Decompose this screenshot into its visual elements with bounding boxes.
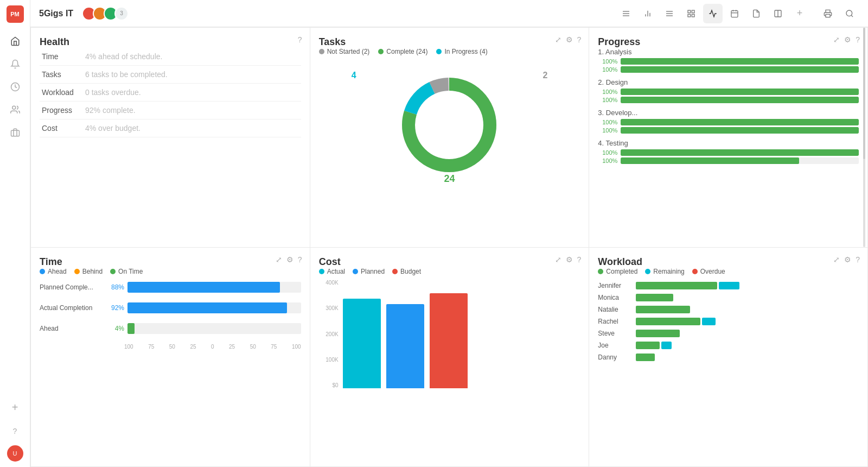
progress-section-title: 4. Testing [598,139,859,147]
time-legend-item: On Time [110,268,143,275]
time-bars: Planned Comple... 88% Actual Completion … [40,282,301,334]
cost-bars [343,280,580,388]
scrollbar[interactable] [863,28,865,247]
tasks-title: Tasks [319,36,346,47]
app-title: 5Gigs IT [39,9,73,18]
nav-split-icon[interactable] [768,4,788,23]
tasks-help-icon[interactable]: ? [577,35,582,44]
progress-section: 3. Develop... 100% 100% [598,109,859,134]
workload-expand-icon[interactable]: ⤢ [833,255,840,264]
legend-dot [436,49,442,54]
progress-expand-icon[interactable]: ⤢ [833,35,840,44]
tasks-panel: Tasks ⤢ ⚙ ? Not Started (2)Complete (24)… [310,27,589,247]
progress-bar-row: 100% [598,58,859,65]
workload-bars [636,342,859,349]
sidebar-item-notifications[interactable] [5,54,25,74]
sidebar-add-button[interactable]: + [5,397,25,417]
workload-row: Natalie [598,306,859,313]
nav-calendar-icon[interactable] [725,4,744,23]
time-bar-track [127,282,301,293]
progress-bar-fill [621,119,859,125]
cost-help-icon[interactable]: ? [577,255,582,264]
donut-chart: 4 2 24 [319,60,580,190]
sidebar-item-users[interactable] [5,100,25,119]
workload-row: Jennifer [598,282,859,289]
cost-bar [386,304,424,388]
progress-bar-bg [621,119,859,125]
donut-complete-label: 24 [444,173,455,185]
wl-remaining-bar [661,342,672,349]
cost-title: Cost [319,256,341,267]
nav-list-icon[interactable] [616,4,636,23]
sidebar-help-button[interactable]: ? [5,421,25,441]
progress-bar-row: 100% [598,127,859,134]
wl-completed-bar [636,294,673,301]
cost-expand-icon[interactable]: ⤢ [555,255,561,264]
time-legend-item: Ahead [40,268,67,275]
legend-dot [319,49,324,54]
svg-rect-2 [11,130,19,136]
nav-add-icon[interactable]: + [790,4,809,23]
tasks-settings-icon[interactable]: ⚙ [566,35,573,44]
time-bar-pct: 92% [105,304,124,312]
workload-row: Joe [598,342,859,349]
workload-help-icon[interactable]: ? [856,255,860,264]
cost-yaxis: 400K 300K 200K 100K $0 [319,280,339,388]
time-help-icon[interactable]: ? [298,255,302,264]
workload-bars [636,294,859,301]
svg-rect-15 [692,14,694,17]
print-icon[interactable] [818,4,838,23]
progress-bar-fill [621,89,859,95]
progress-bar-bg [621,149,859,156]
sidebar-item-home[interactable] [5,31,25,51]
cost-settings-icon[interactable]: ⚙ [566,255,573,264]
search-icon[interactable] [840,4,859,23]
time-bar-row: Ahead 4% [40,323,301,334]
sidebar-user-avatar[interactable]: U [7,445,23,462]
workload-settings-icon[interactable]: ⚙ [844,255,851,264]
progress-bar-fill [621,149,859,156]
progress-bar-fill [621,97,859,103]
legend-dot [74,269,80,274]
wl-completed-bar [636,342,660,349]
progress-help-icon[interactable]: ? [856,35,860,44]
time-xaxis: 100 75 50 25 0 25 50 75 100 [40,344,301,350]
svg-rect-13 [692,10,694,13]
nav-chart-icon[interactable] [638,4,658,23]
progress-bar-row: 100% [598,157,859,164]
workload-person-name: Danny [598,354,636,361]
cost-legend-item: Budget [392,268,421,275]
workload-bars [636,330,859,337]
nav-analytics-icon[interactable] [703,4,723,23]
nav-grid-icon[interactable] [681,4,701,23]
time-expand-icon[interactable]: ⤢ [276,255,282,264]
progress-bar-bg [621,89,859,95]
tasks-panel-actions: ⤢ ⚙ ? [555,35,582,44]
nav-lines-icon[interactable] [660,4,679,23]
time-settings-icon[interactable]: ⚙ [286,255,293,264]
progress-bar-row: 100% [598,97,859,103]
tasks-expand-icon[interactable]: ⤢ [555,35,561,44]
wl-completed-bar [636,354,655,361]
time-bar-label: Planned Comple... [40,283,105,291]
nav-doc-icon[interactable] [746,4,766,23]
workload-bars [636,306,859,313]
health-help-icon[interactable]: ? [298,35,302,44]
cost-chart-area: 400K 300K 200K 100K $0 [319,280,580,388]
legend-dot [378,49,384,54]
app-logo[interactable]: PM [7,5,24,23]
topbar-actions [818,4,859,23]
progress-section: 4. Testing 100% 100% [598,139,859,164]
sidebar-item-time[interactable] [5,77,25,97]
topbar-avatars: 3 [82,7,129,21]
cost-panel-actions: ⤢ ⚙ ? [555,255,582,264]
progress-title: Progress [598,36,640,47]
progress-bar-row: 100% [598,119,859,125]
health-table: Time4% ahead of schedule.Tasks6 tasks to… [40,48,301,137]
svg-point-1 [12,106,15,109]
time-title: Time [40,256,62,267]
sidebar-item-work[interactable] [5,123,25,142]
progress-settings-icon[interactable]: ⚙ [844,35,851,44]
time-bar-row: Planned Comple... 88% [40,282,301,293]
legend-dot [645,269,650,274]
